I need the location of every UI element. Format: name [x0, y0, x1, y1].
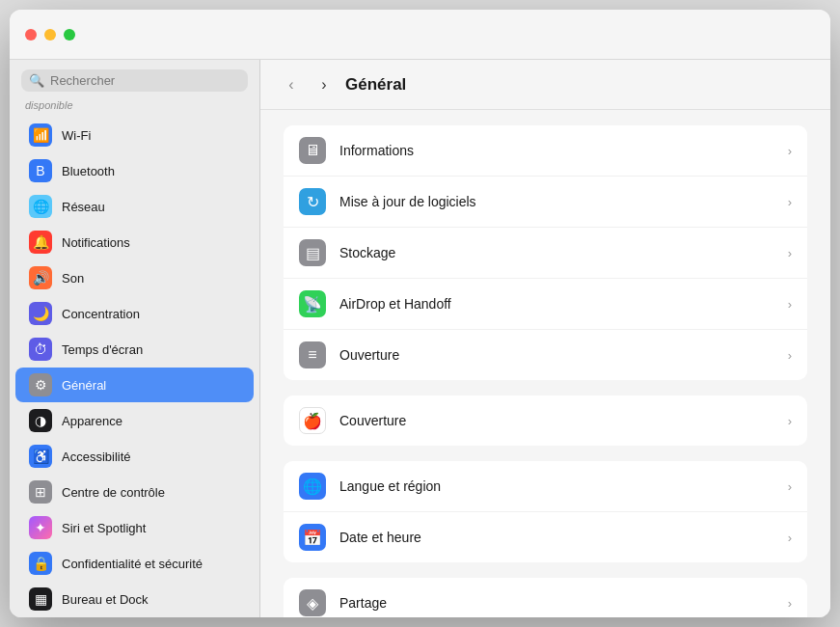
- sidebar-label-siri: Siri et Spotlight: [62, 521, 146, 535]
- sidebar-icon-siri: ✦: [29, 516, 52, 539]
- sidebar-items-container: 📶Wi-FiBBluetooth🌐Réseau🔔Notifications🔊So…: [10, 117, 259, 617]
- sidebar-icon-concentration: 🌙: [29, 302, 52, 325]
- settings-group-group3: 🌐Langue et région›📅Date et heure›: [284, 461, 807, 562]
- sidebar-item-temps-ecran[interactable]: ⏱Temps d'écran: [15, 332, 254, 367]
- maximize-button[interactable]: [64, 29, 75, 41]
- forward-button[interactable]: ›: [312, 73, 336, 96]
- settings-row-date[interactable]: 📅Date et heure›: [284, 512, 807, 562]
- row-icon-mise-a-jour: ↻: [299, 188, 326, 215]
- settings-row-partage[interactable]: ◈Partage›: [284, 578, 807, 617]
- main-header: ‹ › Général: [260, 60, 830, 110]
- sidebar-item-notifications[interactable]: 🔔Notifications: [15, 225, 254, 259]
- search-bar: 🔍: [10, 60, 259, 99]
- search-icon: 🔍: [29, 73, 44, 88]
- row-label-langue: Langue et région: [339, 478, 774, 494]
- row-label-ouverture: Ouverture: [339, 347, 774, 363]
- row-label-partage: Partage: [339, 595, 774, 611]
- sidebar-item-accessibilite[interactable]: ♿Accessibilité: [15, 439, 254, 474]
- sidebar-item-confidentialite[interactable]: 🔒Confidentialité et sécurité: [15, 546, 254, 581]
- settings-row-couverture[interactable]: 🍎Couverture›: [284, 395, 807, 446]
- row-icon-couverture: 🍎: [299, 407, 326, 434]
- search-input[interactable]: [50, 73, 240, 88]
- settings-row-stockage[interactable]: ▤Stockage›: [284, 228, 807, 279]
- row-chevron-airdrop: ›: [788, 297, 792, 312]
- sidebar-label-confidentialite: Confidentialité et sécurité: [62, 557, 203, 571]
- settings-row-airdrop[interactable]: 📡AirDrop et Handoff›: [284, 279, 807, 330]
- sidebar-label-reseau: Réseau: [62, 200, 105, 214]
- row-icon-airdrop: 📡: [299, 290, 326, 317]
- minimize-button[interactable]: [44, 29, 56, 41]
- row-chevron-langue: ›: [788, 479, 792, 494]
- sidebar-icon-centre: ⊞: [29, 480, 52, 504]
- sidebar-item-son[interactable]: 🔊Son: [15, 260, 254, 295]
- sidebar-icon-notifications: 🔔: [29, 231, 52, 254]
- row-label-mise-a-jour: Mise à jour de logiciels: [339, 194, 774, 209]
- sidebar-item-bluetooth[interactable]: BBluetooth: [15, 153, 254, 188]
- sidebar-label-bluetooth: Bluetooth: [62, 164, 115, 178]
- page-title: Général: [345, 75, 406, 95]
- sidebar-icon-bluetooth: B: [29, 159, 52, 182]
- row-icon-langue: 🌐: [299, 473, 326, 500]
- settings-row-informations[interactable]: 🖥Informations›: [284, 125, 807, 177]
- sidebar-item-centre[interactable]: ⊞Centre de contrôle: [15, 475, 254, 509]
- settings-row-mise-a-jour[interactable]: ↻Mise à jour de logiciels›: [284, 177, 807, 228]
- row-chevron-mise-a-jour: ›: [788, 195, 792, 209]
- sidebar-item-concentration[interactable]: 🌙Concentration: [15, 296, 254, 331]
- sidebar: 🔍 disponible 📶Wi-FiBBluetooth🌐Réseau🔔Not…: [10, 60, 260, 617]
- sidebar-item-siri[interactable]: ✦Siri et Spotlight: [15, 510, 254, 545]
- settings-row-ouverture[interactable]: ≡Ouverture›: [284, 330, 807, 380]
- row-chevron-partage: ›: [788, 596, 792, 611]
- sidebar-label-bureau: Bureau et Dock: [62, 592, 149, 607]
- sidebar-label-centre: Centre de contrôle: [62, 485, 165, 500]
- sidebar-label-son: Son: [62, 271, 84, 286]
- sidebar-icon-apparence: ◑: [29, 409, 52, 432]
- sidebar-icon-son: 🔊: [29, 266, 52, 289]
- sidebar-icon-wifi: 📶: [29, 123, 52, 147]
- sidebar-icon-accessibilite: ♿: [29, 445, 52, 468]
- sidebar-label-apparence: Apparence: [62, 414, 122, 428]
- sidebar-label-accessibilite: Accessibilité: [62, 450, 131, 464]
- sidebar-label-temps-ecran: Temps d'écran: [62, 342, 143, 357]
- sidebar-icon-bureau: ▦: [29, 587, 52, 611]
- settings-group-group1: 🖥Informations›↻Mise à jour de logiciels›…: [284, 125, 807, 380]
- row-chevron-ouverture: ›: [788, 348, 792, 363]
- settings-group-group4: ◈Partage›⏰Time Machine›↺Transférer ou ré…: [284, 578, 807, 617]
- settings-groups-container: 🖥Informations›↻Mise à jour de logiciels›…: [284, 125, 807, 617]
- sidebar-icon-general: ⚙: [29, 373, 52, 396]
- sidebar-label-wifi: Wi-Fi: [62, 128, 91, 143]
- row-chevron-informations: ›: [788, 144, 792, 158]
- sidebar-item-general[interactable]: ⚙Général: [15, 368, 254, 402]
- settings-group-group2: 🍎Couverture›: [284, 395, 807, 446]
- row-icon-stockage: ▤: [299, 239, 326, 266]
- row-chevron-stockage: ›: [788, 246, 792, 260]
- row-chevron-couverture: ›: [788, 414, 792, 428]
- row-label-stockage: Stockage: [339, 245, 774, 260]
- search-wrap: 🔍: [21, 69, 248, 92]
- close-button[interactable]: [25, 29, 37, 41]
- content-area: 🔍 disponible 📶Wi-FiBBluetooth🌐Réseau🔔Not…: [10, 60, 830, 617]
- main-window: 🔍 disponible 📶Wi-FiBBluetooth🌐Réseau🔔Not…: [10, 10, 830, 617]
- row-label-date: Date et heure: [339, 530, 774, 545]
- sidebar-item-reseau[interactable]: 🌐Réseau: [15, 189, 254, 224]
- sidebar-icon-confidentialite: 🔒: [29, 552, 52, 575]
- sidebar-label-concentration: Concentration: [62, 307, 140, 321]
- sidebar-label-notifications: Notifications: [62, 235, 130, 250]
- row-icon-partage: ◈: [299, 589, 326, 616]
- row-label-couverture: Couverture: [339, 413, 774, 428]
- sidebar-item-wifi[interactable]: 📶Wi-Fi: [15, 118, 254, 152]
- row-label-informations: Informations: [339, 143, 774, 158]
- sidebar-label-general: Général: [62, 378, 106, 393]
- sidebar-item-bureau[interactable]: ▦Bureau et Dock: [15, 582, 254, 616]
- row-chevron-date: ›: [788, 531, 792, 545]
- back-button[interactable]: ‹: [280, 73, 303, 96]
- titlebar: [10, 10, 830, 60]
- sidebar-available-text: disponible: [10, 99, 259, 117]
- settings-row-langue[interactable]: 🌐Langue et région›: [284, 461, 807, 512]
- sidebar-icon-temps-ecran: ⏱: [29, 338, 52, 361]
- row-label-airdrop: AirDrop et Handoff: [339, 296, 774, 312]
- sidebar-item-apparence[interactable]: ◑Apparence: [15, 403, 254, 438]
- traffic-lights: [25, 29, 75, 41]
- main-panel: ‹ › Général 🖥Informations›↻Mise à jour d…: [260, 60, 830, 617]
- row-icon-ouverture: ≡: [299, 341, 326, 368]
- row-icon-informations: 🖥: [299, 137, 326, 164]
